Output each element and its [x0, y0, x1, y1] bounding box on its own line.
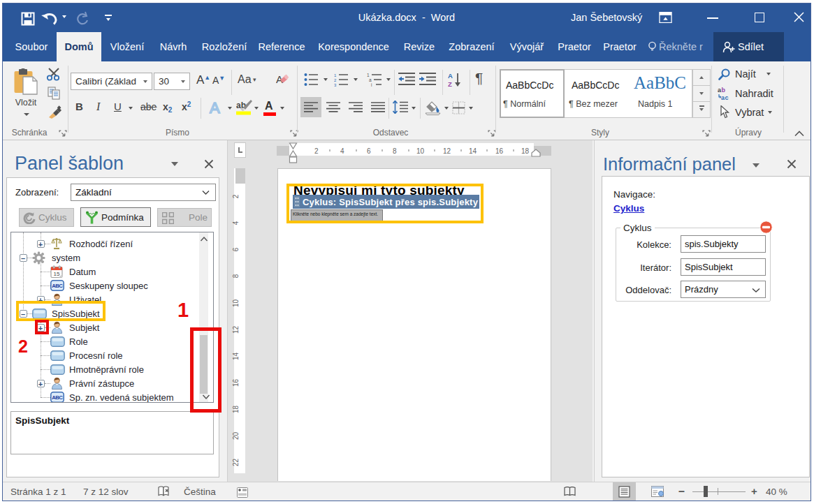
- svg-text:A: A: [448, 72, 453, 80]
- svg-text:b: b: [722, 87, 726, 94]
- svg-text:c: c: [725, 94, 729, 101]
- svg-text:A: A: [210, 99, 220, 116]
- svg-text:a: a: [369, 77, 372, 82]
- svg-text:2: 2: [334, 78, 337, 82]
- svg-text:ABC: ABC: [52, 394, 63, 401]
- svg-text:3: 3: [334, 83, 337, 87]
- svg-text:i: i: [371, 82, 372, 87]
- svg-text:1: 1: [334, 73, 337, 77]
- svg-text:ABC: ABC: [52, 283, 63, 289]
- svg-text:15: 15: [54, 271, 60, 277]
- svg-text:1: 1: [367, 73, 370, 77]
- svg-text:Z: Z: [448, 80, 452, 87]
